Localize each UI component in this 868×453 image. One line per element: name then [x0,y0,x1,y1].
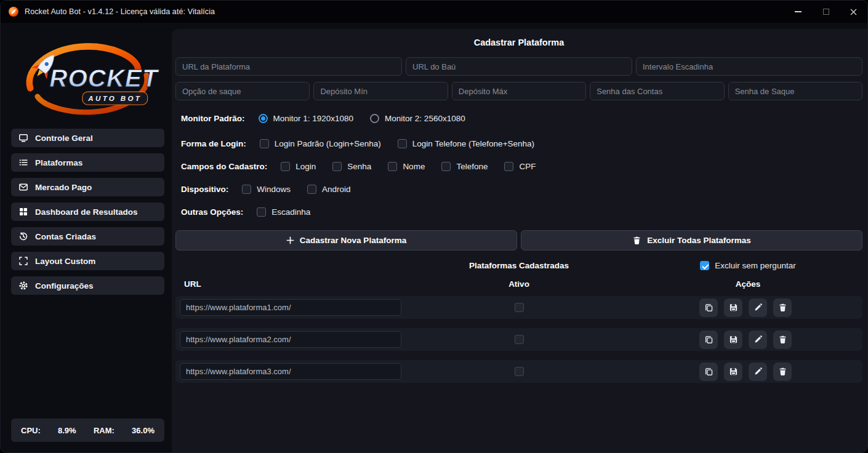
mail-icon [18,182,28,192]
sidebar-item-dashboard[interactable]: Dashboard de Resultados [11,202,164,221]
add-platform-label: Cadastrar Nova Plataforma [300,236,406,245]
campo-nome-checkbox[interactable] [388,162,397,171]
senha-contas-input[interactable] [590,82,724,100]
copy-icon [704,367,713,376]
checkbox-label: Escadinha [271,207,310,217]
sidebar-item-label: Controle Geral [35,134,93,143]
platform-url-input[interactable] [180,363,401,380]
titlebar: Rocket Auto Bot - v1.4.12 - Licença váli… [1,1,867,23]
login-padrao-checkbox[interactable] [260,139,269,148]
campo-login-checkbox[interactable] [281,162,290,171]
login-telefone-checkbox[interactable] [398,139,407,148]
column-header-ativo: Ativo [404,279,633,289]
platform-url-input[interactable] [180,299,401,316]
campo-telefone-option[interactable]: Telefone [441,162,488,171]
campo-cpf-option[interactable]: CPF [504,162,536,171]
device-android-option[interactable]: Android [307,185,351,194]
checkbox-label: Android [322,185,351,194]
campo-login-option[interactable]: Login [281,162,316,171]
close-button[interactable] [840,1,867,23]
sidebar-item-label: Plataformas [35,158,82,167]
table-header: URL Ativo Ações [175,279,862,289]
device-windows-checkbox[interactable] [242,185,251,194]
monitor-option-2[interactable]: Monitor 2: 2560x1080 [370,114,465,123]
escadinha-option[interactable]: Escadinha [257,207,310,217]
platform-url-input[interactable] [180,331,401,348]
edit-button[interactable] [749,299,767,317]
copy-icon [704,303,713,312]
checkbox-label: Login [295,162,316,171]
form-row-2 [175,82,862,100]
url-plataforma-input[interactable] [175,57,402,76]
pencil-icon [753,367,763,376]
minimize-button[interactable] [784,1,812,23]
campo-senha-checkbox[interactable] [332,162,342,171]
dashboard-icon [18,207,28,217]
sidebar-item-configuracoes[interactable]: Configurações [11,276,164,295]
save-button[interactable] [724,331,742,349]
sidebar: ROCKET AUTO BOT Controle Geral Plataform… [11,29,164,442]
device-android-checkbox[interactable] [307,185,316,194]
intervalo-escadinha-input[interactable] [636,57,862,76]
sidebar-item-mercado-pago[interactable]: Mercado Pago [11,178,164,196]
platform-row [175,360,862,383]
radio-monitor-1[interactable] [259,114,268,123]
column-header-url: URL [175,279,404,289]
radio-monitor-2[interactable] [370,114,379,123]
campo-telefone-checkbox[interactable] [441,162,451,171]
deposito-min-input[interactable] [313,82,448,100]
layout-icon [18,256,28,266]
active-checkbox[interactable] [515,367,524,376]
login-padrao-option[interactable]: Login Padrão (Login+Senha) [260,139,381,148]
escadinha-checkbox[interactable] [257,207,266,217]
active-checkbox[interactable] [515,303,524,312]
campo-cpf-checkbox[interactable] [504,162,513,171]
save-button[interactable] [724,363,742,381]
delete-button[interactable] [773,363,792,381]
checkbox-label: Login Padrão (Login+Senha) [275,139,381,148]
login-telefone-option[interactable]: Login Telefone (Telefone+Senha) [398,139,534,148]
list-icon [18,158,28,167]
campo-nome-option[interactable]: Nome [388,162,425,171]
login-mode-label: Forma de Login: [181,139,246,148]
maximize-button[interactable] [812,1,840,23]
delete-all-platforms-button[interactable]: Excluir Todas Plataformas [521,230,862,251]
sidebar-item-layout-custom[interactable]: Layout Custom [11,252,164,270]
sidebar-item-label: Layout Custom [35,257,95,266]
checkbox-label: Telefone [456,162,488,171]
deposito-max-input[interactable] [452,82,586,100]
logo-text-sub: AUTO BOT [87,95,142,102]
save-icon [729,367,738,376]
sidebar-item-controle-geral[interactable]: Controle Geral [11,129,164,147]
pencil-icon [753,335,763,344]
opcao-saque-input[interactable] [175,82,310,100]
copy-button[interactable] [699,363,718,381]
save-button[interactable] [724,299,742,317]
senha-saque-input[interactable] [728,82,862,100]
active-checkbox[interactable] [515,335,524,344]
skip-confirm-checkbox[interactable] [700,261,709,270]
monitor-label: Monitor Padrão: [181,114,245,123]
edit-button[interactable] [749,331,767,349]
registered-title: Plataformas Cadastradas [404,261,633,270]
page-title: Cadastrar Plataforma [175,38,862,47]
monitor-option-1[interactable]: Monitor 1: 1920x1080 [259,114,354,123]
form-row-1 [175,57,862,76]
sidebar-item-label: Contas Criadas [35,232,96,241]
delete-button[interactable] [773,331,792,349]
copy-button[interactable] [699,331,718,349]
skip-confirm-option[interactable]: Excluir sem perguntar [633,261,862,270]
delete-button[interactable] [773,299,792,317]
edit-button[interactable] [749,363,767,381]
sidebar-item-contas-criadas[interactable]: Contas Criadas [11,227,164,246]
url-bau-input[interactable] [406,57,632,76]
sidebar-item-plataformas[interactable]: Plataformas [11,153,164,172]
add-platform-button[interactable]: Cadastrar Nova Plataforma [175,230,517,251]
action-buttons-row: Cadastrar Nova Plataforma Excluir Todas … [175,230,862,251]
ram-value: 36.0% [132,426,155,435]
campo-senha-option[interactable]: Senha [332,162,371,171]
history-icon [18,231,28,241]
device-windows-option[interactable]: Windows [242,185,291,194]
copy-button[interactable] [699,299,718,317]
minimize-icon [795,11,802,12]
